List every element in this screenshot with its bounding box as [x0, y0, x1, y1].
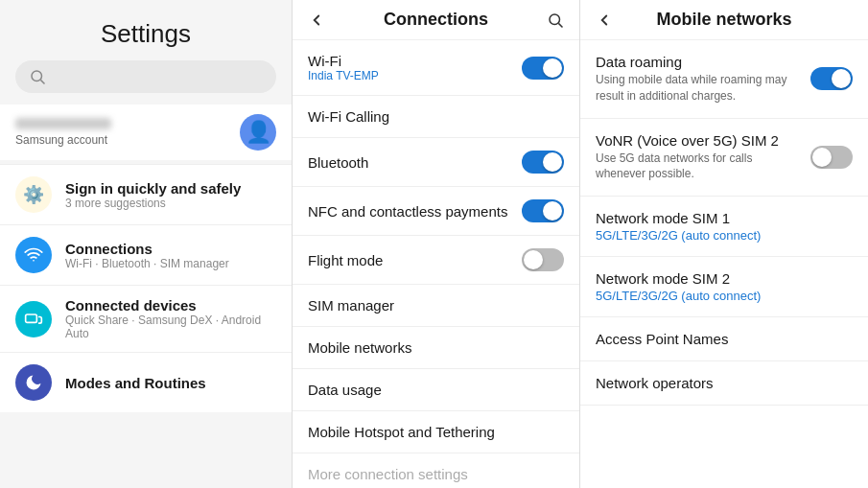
network-mode-sim2-text: Network mode SIM 2 5G/LTE/3G/2G (auto co…	[596, 270, 843, 303]
wifi-toggle-knob	[543, 58, 562, 78]
connections-search-icon[interactable]	[547, 12, 564, 29]
vonr-item[interactable]: VoNR (Voice over 5G) SIM 2 Use 5G data n…	[580, 119, 868, 198]
signin-row[interactable]: ⚙️ Sign in quickly and safely 3 more sug…	[0, 164, 292, 224]
connections-sublabel: Wi-Fi · Bluetooth · SIM manager	[65, 257, 229, 270]
data-roaming-text: Data roaming Using mobile data while roa…	[596, 54, 801, 105]
wifi-calling-item[interactable]: Wi-Fi Calling	[293, 96, 579, 138]
wifi-sublabel: India TV-EMP	[308, 69, 379, 82]
mobile-networks-item[interactable]: Mobile networks	[293, 327, 579, 369]
connected-devices-text: Connected devices Quick Share · Samsung …	[65, 297, 276, 340]
nfc-text: NFC and contactless payments	[308, 203, 507, 220]
wifi-calling-text: Wi-Fi Calling	[308, 108, 389, 125]
network-mode-sim2-label: Network mode SIM 2	[596, 270, 843, 287]
more-connection-text: More connection settings	[308, 466, 468, 482]
mobile-hotspot-text: Mobile Hotspot and Tethering	[308, 424, 495, 440]
mobile-networks-text: Mobile networks	[308, 339, 411, 356]
svg-point-0	[32, 71, 42, 81]
connections-header: Connections	[293, 0, 579, 40]
access-point-names-item[interactable]: Access Point Names	[580, 317, 868, 361]
connections-panel: Connections Wi-Fi India TV-EMP Wi-Fi Cal…	[293, 0, 580, 488]
bluetooth-toggle[interactable]	[522, 151, 564, 174]
data-usage-item[interactable]: Data usage	[293, 369, 579, 411]
connections-label: Connections	[65, 241, 229, 257]
signin-text: Sign in quickly and safely 3 more sugges…	[65, 180, 241, 210]
signin-title: Sign in quickly and safely	[65, 180, 241, 197]
network-operators-label: Network operators	[596, 375, 843, 391]
nfc-toggle[interactable]	[522, 199, 564, 222]
bluetooth-item[interactable]: Bluetooth	[293, 138, 579, 187]
flight-mode-toggle-knob	[524, 250, 543, 269]
svg-line-4	[558, 23, 562, 27]
data-roaming-sublabel: Using mobile data while roaming may resu…	[596, 72, 801, 105]
svg-point-3	[550, 14, 560, 25]
settings-item-connected-devices[interactable]: Connected devices Quick Share · Samsung …	[0, 285, 292, 352]
wifi-calling-label: Wi-Fi Calling	[308, 108, 389, 125]
vonr-knob	[812, 148, 832, 167]
settings-item-modes[interactable]: Modes and Routines	[0, 352, 292, 412]
account-info: Samsung account	[15, 118, 111, 147]
modes-label: Modes and Routines	[65, 375, 206, 391]
sim-manager-label: SIM manager	[308, 297, 394, 314]
nfc-label: NFC and contactless payments	[308, 203, 507, 220]
settings-item-connections[interactable]: Connections Wi-Fi · Bluetooth · SIM mana…	[0, 224, 292, 285]
flight-mode-toggle[interactable]	[522, 248, 564, 271]
search-bar[interactable]	[15, 60, 276, 93]
vonr-label: VoNR (Voice over 5G) SIM 2	[596, 132, 801, 149]
connected-devices-icon	[15, 301, 52, 337]
wifi-label: Wi-Fi	[308, 53, 379, 69]
wifi-item[interactable]: Wi-Fi India TV-EMP	[293, 40, 579, 96]
access-point-names-label: Access Point Names	[596, 331, 843, 347]
sim-manager-item[interactable]: SIM manager	[293, 285, 579, 327]
flight-mode-label: Flight mode	[308, 252, 383, 268]
account-row[interactable]: Samsung account 👤	[0, 105, 292, 160]
connections-icon	[15, 237, 52, 273]
data-roaming-toggle[interactable]	[810, 67, 853, 90]
network-operators-item[interactable]: Network operators	[580, 361, 868, 406]
modes-text: Modes and Routines	[65, 375, 206, 391]
nfc-toggle-knob	[543, 201, 562, 221]
wifi-text: Wi-Fi India TV-EMP	[308, 53, 379, 82]
network-operators-text: Network operators	[596, 375, 843, 391]
access-point-names-text: Access Point Names	[596, 331, 843, 347]
settings-panel: Settings Samsung account 👤 ⚙️ Sign in qu…	[0, 0, 293, 488]
connected-devices-label: Connected devices	[65, 297, 276, 314]
more-connection-label: More connection settings	[308, 466, 468, 482]
vonr-toggle[interactable]	[810, 146, 853, 169]
signin-subtitle: 3 more suggestions	[65, 197, 241, 210]
more-connection-item[interactable]: More connection settings	[293, 453, 579, 488]
network-mode-sim1-label: Network mode SIM 1	[596, 210, 843, 226]
connected-devices-sublabel: Quick Share · Samsung DeX · Android Auto	[65, 314, 276, 340]
account-label: Samsung account	[15, 133, 111, 147]
account-name-blur	[15, 118, 111, 129]
flight-mode-item[interactable]: Flight mode	[293, 236, 579, 285]
vonr-text: VoNR (Voice over 5G) SIM 2 Use 5G data n…	[596, 132, 801, 183]
mobile-hotspot-item[interactable]: Mobile Hotspot and Tethering	[293, 411, 579, 453]
mobile-hotspot-label: Mobile Hotspot and Tethering	[308, 424, 495, 440]
mobile-back-button[interactable]	[596, 12, 613, 29]
mobile-networks-header: Mobile networks	[580, 0, 868, 40]
mobile-networks-panel-title: Mobile networks	[656, 10, 791, 30]
settings-title: Settings	[0, 0, 292, 60]
wifi-toggle[interactable]	[522, 57, 564, 80]
bluetooth-label: Bluetooth	[308, 154, 368, 171]
flight-mode-text: Flight mode	[308, 252, 383, 268]
mobile-networks-label: Mobile networks	[308, 339, 411, 356]
avatar-icon: 👤	[246, 120, 271, 145]
data-usage-text: Data usage	[308, 382, 382, 398]
network-mode-sim2-item[interactable]: Network mode SIM 2 5G/LTE/3G/2G (auto co…	[580, 257, 868, 317]
signin-icon: ⚙️	[15, 176, 52, 213]
sim-manager-text: SIM manager	[308, 297, 394, 314]
svg-rect-2	[26, 314, 37, 322]
mobile-networks-panel: Mobile networks Data roaming Using mobil…	[580, 0, 868, 488]
connections-panel-title: Connections	[384, 10, 488, 30]
svg-line-1	[40, 80, 44, 83]
network-mode-sim1-text: Network mode SIM 1 5G/LTE/3G/2G (auto co…	[596, 210, 843, 243]
network-mode-sim1-item[interactable]: Network mode SIM 1 5G/LTE/3G/2G (auto co…	[580, 197, 868, 257]
data-roaming-knob	[832, 69, 851, 88]
modes-icon	[15, 364, 52, 401]
connections-text: Connections Wi-Fi · Bluetooth · SIM mana…	[65, 241, 229, 270]
search-icon	[29, 68, 46, 85]
nfc-item[interactable]: NFC and contactless payments	[293, 187, 579, 236]
back-button[interactable]	[308, 12, 325, 29]
data-roaming-item[interactable]: Data roaming Using mobile data while roa…	[580, 40, 868, 119]
